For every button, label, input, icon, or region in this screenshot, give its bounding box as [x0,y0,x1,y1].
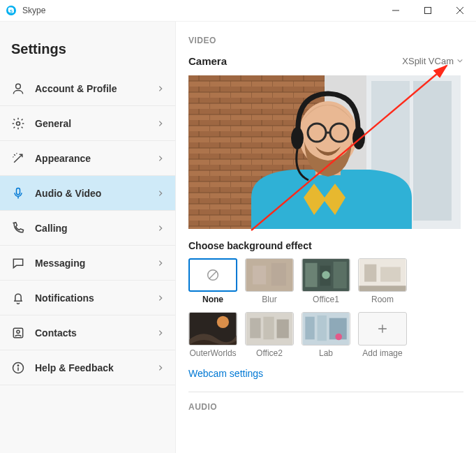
sidebar-item-label: Contacts [35,327,77,339]
effect-add-image[interactable]: Add image [358,312,407,358]
effect-office1[interactable]: Office1 [302,258,350,304]
svg-rect-40 [305,263,317,288]
chevron-right-icon [157,153,164,164]
effect-label: Office2 [245,348,294,358]
effect-room[interactable]: Room [358,258,407,304]
effect-label: Add image [358,348,407,358]
microphone-icon [11,186,25,200]
svg-rect-47 [359,285,406,291]
sidebar-item-appearance[interactable]: Appearance [0,141,175,176]
background-effect-grid: None Blur Office1 Room [188,258,461,358]
svg-text:S: S [10,9,13,13]
effect-label: None [188,295,237,304]
contacts-icon [11,326,25,340]
sidebar-item-audio-video[interactable]: Audio & Video [0,176,175,211]
sidebar-item-label: Help & Feedback [35,362,114,373]
sidebar-item-label: Audio & Video [35,188,101,199]
sidebar-item-account-profile[interactable]: Account & Profile [0,71,175,106]
sidebar-item-contacts[interactable]: Contacts [0,315,175,350]
effect-lab[interactable]: Lab [302,312,350,358]
chat-icon [11,256,25,270]
plus-icon [375,322,389,336]
svg-point-6 [16,84,21,89]
sidebar-item-label: Messaging [35,258,85,269]
effect-label: Lab [302,348,350,358]
svg-rect-51 [250,318,260,339]
chevron-right-icon [157,118,164,129]
camera-selected-value: XSplit VCam [402,56,454,66]
gear-icon [11,117,25,131]
video-section-label: VIDEO [188,36,463,45]
settings-title: Settings [0,22,175,71]
chevron-down-icon [456,56,463,66]
effect-label: Blur [245,295,294,304]
svg-line-34 [209,272,217,279]
chevron-right-icon [157,258,164,269]
camera-label: Camera [188,55,227,67]
background-effect-heading: Choose background effect [188,240,463,251]
chevron-right-icon [157,83,164,94]
minimize-button[interactable] [380,0,412,22]
svg-point-43 [322,271,330,279]
svg-rect-55 [305,317,314,340]
effect-outerworlds[interactable]: OuterWorlds [188,312,237,358]
phone-icon [11,221,25,235]
effect-none[interactable]: None [188,258,237,304]
svg-rect-45 [364,265,376,282]
effect-office2[interactable]: Office2 [245,312,294,358]
svg-rect-46 [380,267,401,282]
svg-rect-42 [334,262,347,288]
sidebar-item-calling[interactable]: Calling [0,211,175,246]
chevron-right-icon [157,327,164,339]
sidebar-item-notifications[interactable]: Notifications [0,281,175,315]
svg-rect-52 [263,317,274,340]
sidebar-item-label: Appearance [35,153,91,164]
none-icon [205,267,221,283]
svg-rect-53 [277,320,289,339]
svg-point-49 [217,316,229,328]
sidebar-item-general[interactable]: General [0,106,175,141]
svg-rect-8 [17,188,20,194]
webcam-settings-link[interactable]: Webcam settings [188,368,463,379]
svg-rect-38 [246,259,292,291]
close-button[interactable] [444,0,476,22]
svg-point-58 [335,334,342,341]
sidebar-item-messaging[interactable]: Messaging [0,246,175,281]
info-icon [11,361,25,375]
settings-sidebar: Settings Account & Profile General Appe [0,22,176,453]
svg-point-7 [17,121,20,125]
person-icon [11,82,25,96]
bell-icon [11,291,25,305]
effect-label: OuterWorlds [188,348,237,358]
chevron-right-icon [157,188,164,199]
chevron-right-icon [157,223,164,234]
svg-point-30 [291,127,304,149]
sidebar-item-label: Notifications [35,292,94,304]
sidebar-item-label: General [35,118,71,129]
maximize-button[interactable] [412,0,444,22]
effect-label: Room [358,295,407,304]
chevron-right-icon [157,292,164,304]
sidebar-item-label: Calling [35,223,68,234]
audio-section-label: AUDIO [188,402,463,412]
titlebar: S Skype [0,0,476,22]
svg-point-10 [17,330,20,333]
sidebar-item-label: Account & Profile [35,83,117,94]
skype-icon: S [6,5,17,16]
effect-blur[interactable]: Blur [245,258,294,304]
sidebar-item-help-feedback[interactable]: Help & Feedback [0,350,175,385]
camera-dropdown[interactable]: XSplit VCam [402,56,463,66]
settings-main: VIDEO Camera XSplit VCam [176,22,476,453]
svg-rect-56 [318,315,327,341]
svg-rect-24 [413,81,452,221]
effect-label: Office1 [302,295,350,304]
svg-rect-3 [425,8,431,14]
svg-point-13 [17,365,18,366]
section-divider [188,392,463,392]
svg-point-31 [352,127,365,149]
app-title: Skype [22,6,45,15]
chevron-right-icon [157,362,164,373]
sparkle-icon [11,151,25,165]
camera-preview [188,75,461,229]
